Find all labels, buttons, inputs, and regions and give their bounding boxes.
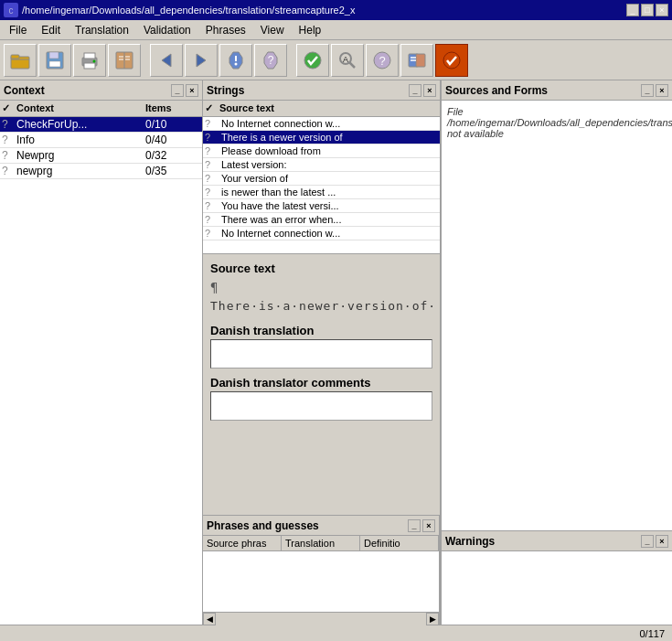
minimize-button[interactable]: _ bbox=[626, 4, 639, 16]
string-check: ? bbox=[205, 159, 218, 170]
maximize-button[interactable]: □ bbox=[641, 4, 654, 16]
string-row[interactable]: ? There was an error when... bbox=[203, 213, 440, 227]
string-row[interactable]: ? Latest version: bbox=[203, 158, 440, 172]
string-row[interactable]: ? Please download from bbox=[203, 144, 440, 158]
svg-marker-15 bbox=[162, 54, 171, 67]
warnings-panel-title: Warnings bbox=[445, 535, 495, 548]
context-close-icon[interactable]: × bbox=[186, 84, 198, 97]
find-button[interactable]: A bbox=[331, 44, 364, 77]
bottom-row: Phrases and guesses _ × Source phras Tra… bbox=[203, 515, 440, 625]
window-controls: _ □ × bbox=[626, 4, 668, 16]
string-check: ? bbox=[205, 187, 218, 198]
sources-minimize-icon[interactable]: _ bbox=[641, 84, 654, 97]
search-button[interactable] bbox=[219, 44, 252, 77]
string-check: ? bbox=[205, 132, 218, 143]
svg-rect-3 bbox=[49, 52, 59, 59]
phrases-minimize-icon[interactable]: _ bbox=[408, 519, 421, 532]
source-text-body: There·is·a·newer·version·of· bbox=[210, 299, 436, 313]
check-button[interactable] bbox=[296, 44, 329, 77]
string-check: ? bbox=[205, 200, 218, 211]
strings-col-check: ✓ bbox=[205, 102, 219, 114]
window-title: /home/ingemar/Downloads/all_dependencies… bbox=[22, 5, 626, 16]
context-minimize-icon[interactable]: _ bbox=[171, 84, 184, 97]
svg-point-8 bbox=[93, 59, 96, 62]
titlebar: c /home/ingemar/Downloads/all_dependenci… bbox=[0, 0, 672, 20]
context-col-check: ✓ bbox=[2, 102, 16, 114]
string-text: There is a newer version of bbox=[221, 132, 343, 143]
string-text: Please download from bbox=[221, 145, 321, 156]
string-text: Your version of bbox=[221, 173, 288, 184]
string-text: No Internet connection w... bbox=[221, 118, 340, 129]
phrases-table-header: Source phras Translation Definitio bbox=[203, 536, 439, 551]
folder-button[interactable] bbox=[4, 44, 37, 77]
warnings-close-icon[interactable]: × bbox=[656, 535, 668, 548]
save-button[interactable] bbox=[38, 44, 71, 77]
translation-section: Danish translation bbox=[210, 324, 432, 369]
menu-phrases[interactable]: Phrases bbox=[198, 22, 253, 38]
comments-input[interactable] bbox=[210, 391, 432, 421]
phrases-body bbox=[203, 551, 439, 612]
string-row[interactable]: ? There is a newer version of bbox=[203, 131, 440, 144]
scroll-right-button[interactable]: ▶ bbox=[426, 613, 439, 625]
string-text: is newer than the latest ... bbox=[221, 187, 336, 198]
string-check: ? bbox=[205, 228, 218, 239]
context-row-name: Newprg bbox=[16, 149, 145, 162]
svg-rect-6 bbox=[84, 53, 95, 59]
string-row[interactable]: ? No Internet connection w... bbox=[203, 117, 440, 131]
scroll-left-button[interactable]: ◀ bbox=[203, 613, 216, 625]
source-text-content: ¶ There·is·a·newer·version·of· bbox=[210, 277, 432, 316]
context-col-items: Items bbox=[145, 102, 200, 114]
string-row[interactable]: ? is newer than the latest ... bbox=[203, 186, 440, 199]
context-row[interactable]: ? CheckForUp... 0/10 bbox=[0, 117, 202, 133]
sources-body: File /home/ingemar/Downloads/all_depende… bbox=[442, 101, 672, 530]
done-button[interactable] bbox=[435, 44, 468, 77]
print-button[interactable] bbox=[73, 44, 106, 77]
forward-button[interactable] bbox=[185, 44, 218, 77]
menu-view[interactable]: View bbox=[253, 22, 292, 38]
menu-translation[interactable]: Translation bbox=[68, 22, 136, 38]
string-check: ? bbox=[205, 118, 218, 129]
sources-panel-header: Sources and Forms _ × bbox=[442, 80, 672, 101]
string-row[interactable]: ? Your version of bbox=[203, 172, 440, 186]
strings-close-icon[interactable]: × bbox=[423, 84, 436, 97]
back-button[interactable] bbox=[150, 44, 183, 77]
string-row[interactable]: ? No Internet connection w... bbox=[203, 227, 440, 240]
sources-panel-title: Sources and Forms bbox=[445, 84, 548, 97]
strings-panel-header: Strings _ × bbox=[203, 80, 440, 101]
phrases-col-source: Source phras bbox=[203, 536, 282, 550]
string-check: ? bbox=[205, 173, 218, 184]
translate-button[interactable] bbox=[400, 44, 433, 77]
strings-panel-icons: _ × bbox=[409, 84, 436, 97]
context-row[interactable]: ? newprg 0/35 bbox=[0, 164, 202, 179]
menu-file[interactable]: File bbox=[2, 22, 34, 38]
book-button[interactable] bbox=[108, 44, 141, 77]
context-row[interactable]: ? Newprg 0/32 bbox=[0, 148, 202, 164]
sources-close-icon[interactable]: × bbox=[656, 84, 668, 97]
phrases-panel-title: Phrases and guesses bbox=[207, 519, 319, 532]
help-button[interactable]: ? bbox=[254, 44, 287, 77]
context-table-body: ? CheckForUp... 0/10 ? Info 0/40 ? Newpr… bbox=[0, 117, 202, 625]
svg-rect-1 bbox=[11, 55, 19, 59]
translation-input[interactable] bbox=[210, 339, 432, 369]
string-check: ? bbox=[205, 214, 218, 225]
question-button[interactable]: ? bbox=[366, 44, 399, 77]
phrases-close-icon[interactable]: × bbox=[422, 519, 435, 532]
svg-point-19 bbox=[235, 62, 238, 65]
svg-rect-7 bbox=[84, 63, 95, 69]
toolbar: ? A ? bbox=[0, 40, 672, 80]
menu-edit[interactable]: Edit bbox=[34, 22, 68, 38]
menu-validation[interactable]: Validation bbox=[136, 22, 198, 38]
menubar: File Edit Translation Validation Phrases… bbox=[0, 20, 672, 40]
context-row-check: ? bbox=[2, 118, 16, 131]
phrases-col-definition: Definitio bbox=[360, 536, 439, 550]
scroll-track bbox=[216, 613, 426, 625]
context-row-check: ? bbox=[2, 149, 16, 162]
svg-marker-16 bbox=[197, 54, 206, 67]
warnings-minimize-icon[interactable]: _ bbox=[641, 535, 654, 548]
strings-minimize-icon[interactable]: _ bbox=[409, 84, 421, 97]
string-row[interactable]: ? You have the latest versi... bbox=[203, 199, 440, 213]
close-button[interactable]: × bbox=[656, 4, 668, 16]
context-row[interactable]: ? Info 0/40 bbox=[0, 133, 202, 148]
warnings-body bbox=[442, 551, 672, 625]
menu-help[interactable]: Help bbox=[292, 22, 329, 38]
